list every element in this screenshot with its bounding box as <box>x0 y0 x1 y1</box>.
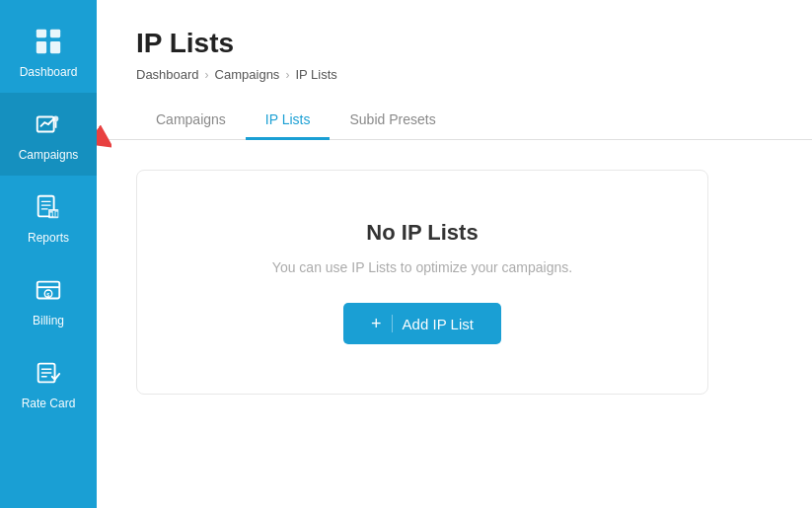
sidebar-item-billing[interactable]: $ Billing <box>0 258 97 341</box>
sidebar-item-label-reports: Reports <box>28 231 69 245</box>
sidebar-item-label-campaigns: Campaigns <box>19 148 79 162</box>
breadcrumb-sep-2: › <box>285 68 289 82</box>
sidebar-item-label-billing: Billing <box>33 314 64 327</box>
breadcrumb-sep-1: › <box>205 68 209 82</box>
svg-point-5 <box>53 116 59 122</box>
page-header: IP Lists Dashboard › Campaigns › IP List… <box>97 0 812 102</box>
main-area: No IP Lists You can use IP Lists to opti… <box>97 140 812 508</box>
plus-icon: + <box>371 315 382 332</box>
svg-rect-12 <box>50 213 52 217</box>
svg-rect-0 <box>37 30 46 37</box>
sidebar-item-label-ratecard: Rate Card <box>22 397 76 410</box>
breadcrumb: Dashboard › Campaigns › IP Lists <box>136 67 773 82</box>
sidebar-item-dashboard[interactable]: Dashboard <box>0 10 97 93</box>
tab-campaigns[interactable]: Campaigns <box>136 102 246 140</box>
sidebar-item-label-dashboard: Dashboard <box>20 65 78 79</box>
add-ip-list-label: Add IP List <box>403 316 474 332</box>
svg-rect-2 <box>37 41 46 53</box>
tab-ip-lists[interactable]: IP Lists <box>246 102 331 140</box>
add-ip-list-button[interactable]: + Add IP List <box>343 303 501 344</box>
svg-rect-4 <box>37 117 54 132</box>
empty-state-card: No IP Lists You can use IP Lists to opti… <box>136 170 708 395</box>
breadcrumb-campaigns[interactable]: Campaigns <box>215 67 280 82</box>
empty-state-description: You can use IP Lists to optimize your ca… <box>272 259 572 275</box>
main-content: IP Lists Dashboard › Campaigns › IP List… <box>97 0 812 508</box>
campaigns-icon <box>31 107 66 142</box>
dashboard-icon <box>31 24 66 59</box>
tab-subid-presets[interactable]: Subid Presets <box>330 102 455 140</box>
sidebar-item-ratecard[interactable]: Rate Card <box>0 341 97 424</box>
sidebar-item-campaigns[interactable]: Campaigns <box>0 93 97 176</box>
svg-rect-1 <box>50 30 60 37</box>
button-divider <box>392 315 393 332</box>
ratecard-icon <box>31 355 66 391</box>
tabs-container: Campaigns IP Lists Subid Presets <box>97 102 812 140</box>
svg-rect-14 <box>56 212 58 217</box>
empty-state-title: No IP Lists <box>366 220 478 246</box>
svg-rect-3 <box>50 41 60 53</box>
svg-rect-13 <box>53 211 55 217</box>
reports-icon <box>31 189 66 225</box>
sidebar: Dashboard Campaigns <box>0 0 97 508</box>
breadcrumb-current: IP Lists <box>295 67 336 82</box>
breadcrumb-dashboard[interactable]: Dashboard <box>136 67 199 82</box>
billing-icon: $ <box>31 272 66 308</box>
page-title: IP Lists <box>136 28 773 59</box>
sidebar-item-reports[interactable]: Reports <box>0 176 97 258</box>
